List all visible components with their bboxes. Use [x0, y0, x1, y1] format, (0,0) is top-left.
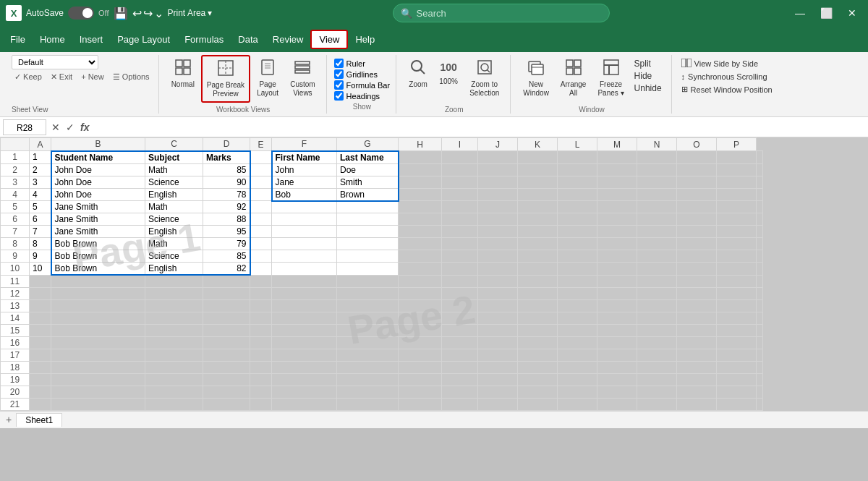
grid-cell[interactable] [250, 151, 272, 164]
grid-cell[interactable] [145, 349, 203, 361]
grid-cell[interactable] [558, 238, 597, 250]
grid-cell[interactable] [203, 349, 250, 361]
grid-cell[interactable] [272, 299, 337, 312]
grid-cell[interactable] [558, 373, 597, 386]
minimize-button[interactable]: — [790, 3, 810, 23]
grid-cell[interactable] [677, 361, 717, 373]
grid-cell[interactable] [145, 287, 203, 299]
grid-cell[interactable] [518, 250, 558, 263]
grid-cell[interactable]: Bob Brown [51, 238, 145, 250]
grid-cell[interactable] [250, 201, 272, 213]
grid-cell[interactable] [558, 226, 597, 238]
grid-cell[interactable] [637, 201, 677, 213]
grid-cell[interactable] [558, 336, 597, 349]
grid-cell[interactable] [597, 386, 637, 398]
grid-cell[interactable] [272, 312, 337, 324]
grid-cell[interactable] [272, 238, 337, 250]
grid-cell[interactable] [203, 373, 250, 386]
grid-cell[interactable] [399, 238, 442, 250]
grid-cell[interactable] [250, 275, 272, 287]
grid-cell[interactable] [272, 201, 337, 213]
grid-cell[interactable] [399, 299, 442, 312]
grid-cell[interactable] [637, 275, 677, 287]
grid-cell[interactable] [518, 312, 558, 324]
grid-cell[interactable] [203, 361, 250, 373]
grid-cell[interactable]: English [145, 226, 203, 238]
grid-cell[interactable] [442, 312, 478, 324]
grid-cell[interactable] [272, 349, 337, 361]
grid-cell[interactable]: 85 [203, 163, 250, 176]
grid-cell[interactable] [399, 324, 442, 336]
col-header-d[interactable]: D [203, 138, 250, 151]
grid-cell[interactable] [558, 361, 597, 373]
grid-cell[interactable] [442, 176, 478, 188]
grid-cell[interactable] [757, 263, 763, 276]
grid-cell[interactable] [442, 324, 478, 336]
grid-cell[interactable] [478, 324, 518, 336]
col-header-i[interactable]: I [442, 138, 478, 151]
grid-cell[interactable] [442, 398, 478, 410]
grid-cell[interactable] [250, 188, 272, 201]
grid-cell[interactable] [478, 213, 518, 226]
grid-cell[interactable] [30, 361, 51, 373]
grid-cell[interactable] [757, 163, 763, 176]
grid-cell[interactable]: Doe [337, 163, 399, 176]
grid-cell[interactable] [442, 299, 478, 312]
grid-cell[interactable] [250, 287, 272, 299]
grid-cell[interactable] [337, 275, 399, 287]
menu-help[interactable]: Help [348, 31, 382, 48]
grid-cell[interactable] [518, 287, 558, 299]
grid-cell[interactable]: Subject [145, 151, 203, 164]
grid-cell[interactable] [637, 176, 677, 188]
grid-cell[interactable] [677, 312, 717, 324]
grid-cell[interactable] [30, 373, 51, 386]
grid-cell[interactable] [51, 336, 145, 349]
grid-cell[interactable] [518, 188, 558, 201]
grid-cell[interactable] [399, 361, 442, 373]
grid-cell[interactable] [637, 398, 677, 410]
grid-cell[interactable] [478, 398, 518, 410]
grid-cell[interactable] [757, 373, 763, 386]
col-header-l[interactable]: L [558, 138, 597, 151]
grid-cell[interactable] [145, 299, 203, 312]
grid-cell[interactable] [717, 386, 757, 398]
grid-cell[interactable] [250, 176, 272, 188]
grid-cell[interactable] [677, 250, 717, 263]
grid-cell[interactable] [518, 398, 558, 410]
grid-cell[interactable] [757, 151, 763, 164]
grid-cell[interactable] [637, 324, 677, 336]
headings-checkbox[interactable] [334, 91, 344, 101]
grid-cell[interactable] [597, 188, 637, 201]
grid-cell[interactable] [337, 349, 399, 361]
grid-cell[interactable] [442, 226, 478, 238]
grid-cell[interactable] [597, 263, 637, 276]
redo-icon[interactable]: ↪ [143, 7, 153, 20]
grid-cell[interactable]: 85 [203, 250, 250, 263]
grid-cell[interactable] [677, 373, 717, 386]
grid-cell[interactable] [717, 299, 757, 312]
grid-cell[interactable] [677, 324, 717, 336]
grid-cell[interactable] [558, 250, 597, 263]
grid-cell[interactable] [337, 263, 399, 276]
grid-cell[interactable] [717, 188, 757, 201]
grid-cell[interactable] [597, 336, 637, 349]
grid-cell[interactable] [597, 349, 637, 361]
options-button[interactable]: ☰ Options [110, 71, 153, 83]
grid-cell[interactable] [637, 349, 677, 361]
menu-review[interactable]: Review [265, 31, 311, 48]
grid-cell[interactable] [558, 275, 597, 287]
page-layout-button[interactable]: PageLayout [252, 55, 284, 101]
grid-cell[interactable] [442, 373, 478, 386]
grid-cell[interactable] [757, 226, 763, 238]
grid-cell[interactable] [145, 336, 203, 349]
grid-cell[interactable] [717, 163, 757, 176]
gridlines-checkbox[interactable] [334, 69, 344, 79]
grid-cell[interactable]: 78 [203, 188, 250, 201]
grid-cell[interactable] [717, 226, 757, 238]
menu-home[interactable]: Home [33, 31, 72, 48]
grid-cell[interactable] [250, 336, 272, 349]
grid-cell[interactable] [399, 386, 442, 398]
grid-cell[interactable] [757, 349, 763, 361]
grid-cell[interactable] [518, 275, 558, 287]
grid-cell[interactable] [677, 238, 717, 250]
